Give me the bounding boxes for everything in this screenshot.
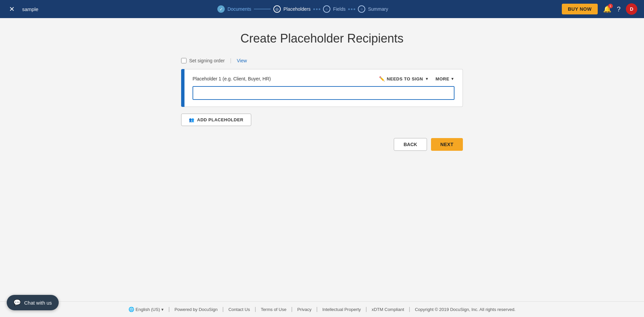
step-documents-label: Documents	[227, 6, 251, 12]
step-dots-1	[313, 8, 320, 10]
placeholder-card-wrapper: Placeholder 1 (e.g. Client, Buyer, HR) ✏…	[181, 69, 463, 107]
placeholder-card-actions: ✏️ NEEDS TO SIGN ▼ MORE ▼	[379, 76, 454, 81]
bottom-actions: BACK NEXT	[181, 138, 463, 151]
footer-sep-2: |	[222, 306, 224, 312]
copyright-text: Copyright © 2019 DocuSign, Inc. All righ…	[415, 307, 516, 312]
step-separator-1	[254, 9, 271, 9]
next-button[interactable]: NEXT	[431, 138, 463, 151]
xdtm-link[interactable]: xDTM Compliant	[372, 307, 404, 312]
add-placeholder-label: ADD PLACEHOLDER	[197, 117, 244, 122]
terms-of-use-link[interactable]: Terms of Use	[261, 307, 286, 312]
step-summary-label: Summary	[368, 6, 388, 12]
close-button[interactable]: ✕	[7, 4, 17, 14]
footer-sep-3: |	[255, 306, 256, 312]
divider: |	[230, 58, 231, 64]
footer-sep-6: |	[366, 306, 367, 312]
step-fields-icon: ○	[323, 5, 330, 13]
needs-to-sign-button[interactable]: ✏️ NEEDS TO SIGN ▼	[379, 76, 429, 81]
placeholder-left-bar	[181, 69, 184, 107]
contact-us-link[interactable]: Contact Us	[228, 307, 250, 312]
signing-order-row: Set signing order | View	[181, 58, 463, 64]
help-button[interactable]: ?	[617, 5, 621, 13]
language-chevron: ▾	[161, 307, 164, 312]
document-name: sample	[22, 6, 38, 12]
footer-sep-7: |	[409, 306, 410, 312]
step-placeholders-icon: ◎	[273, 5, 281, 13]
buy-now-button[interactable]: BUY NOW	[562, 4, 598, 14]
signing-order-checkbox[interactable]	[181, 58, 186, 63]
main-content: Create Placeholder Recipients Set signin…	[0, 18, 644, 301]
intellectual-property-link[interactable]: Intellectual Property	[322, 307, 361, 312]
step-summary[interactable]: ○ Summary	[358, 5, 388, 13]
globe-icon: 🌐	[128, 307, 134, 312]
more-label: MORE	[436, 76, 449, 81]
notification-badge: 1	[608, 4, 613, 8]
more-button[interactable]: MORE ▼	[436, 76, 454, 81]
step-placeholders-label: Placeholders	[283, 6, 311, 12]
add-placeholder-section: 👥 ADD PLACEHOLDER	[181, 114, 463, 126]
more-chevron: ▼	[451, 77, 454, 81]
chat-icon: 💬	[13, 299, 21, 306]
top-navigation: ✕ sample ✓ Documents ◎ Placeholders ○ Fi…	[0, 0, 644, 18]
add-placeholder-icon: 👥	[189, 117, 195, 122]
placeholder-name-input[interactable]	[193, 86, 454, 100]
user-avatar[interactable]: D	[626, 3, 637, 15]
chat-widget[interactable]: 💬 Chat with us	[7, 295, 59, 310]
page-title: Create Placeholder Recipients	[240, 31, 404, 46]
step-summary-icon: ○	[358, 5, 365, 13]
powered-by: Powered by DocuSign	[174, 307, 218, 312]
privacy-link[interactable]: Privacy	[297, 307, 312, 312]
placeholder-card: Placeholder 1 (e.g. Client, Buyer, HR) ✏…	[184, 69, 463, 107]
needs-to-sign-chevron: ▼	[425, 77, 429, 81]
back-button[interactable]: BACK	[394, 138, 427, 151]
placeholder-card-header: Placeholder 1 (e.g. Client, Buyer, HR) ✏…	[193, 76, 454, 81]
placeholder-card-title: Placeholder 1 (e.g. Client, Buyer, HR)	[193, 76, 271, 81]
step-fields[interactable]: ○ Fields	[323, 5, 345, 13]
footer-sep-1: |	[168, 306, 170, 312]
step-placeholders[interactable]: ◎ Placeholders	[273, 5, 311, 13]
footer-inner: 🌐 English (US) ▾ | Powered by DocuSign |…	[128, 306, 516, 312]
nav-right-actions: BUY NOW 🔔 1 ? D	[562, 3, 637, 15]
chat-label: Chat with us	[24, 300, 52, 306]
step-fields-label: Fields	[333, 6, 345, 12]
step-documents[interactable]: ✓ Documents	[217, 5, 251, 13]
language-selector[interactable]: 🌐 English (US) ▾	[128, 307, 164, 312]
step-check-icon: ✓	[217, 5, 225, 13]
add-placeholder-button[interactable]: 👥 ADD PLACEHOLDER	[181, 114, 251, 126]
needs-to-sign-label: NEEDS TO SIGN	[387, 76, 423, 81]
footer-sep-4: |	[291, 306, 292, 312]
signing-order-label: Set signing order	[189, 58, 225, 63]
footer-sep-5: |	[316, 306, 318, 312]
footer: 🌐 English (US) ▾ | Powered by DocuSign |…	[0, 301, 644, 317]
notifications-button[interactable]: 🔔 1	[603, 5, 611, 13]
pencil-icon: ✏️	[379, 76, 385, 81]
step-dots-2	[348, 8, 355, 10]
language-label: English (US)	[136, 307, 160, 312]
view-link[interactable]: View	[237, 58, 247, 63]
step-indicators: ✓ Documents ◎ Placeholders ○ Fields ○ Su…	[49, 5, 556, 13]
signing-order-checkbox-wrap: Set signing order	[181, 58, 225, 63]
